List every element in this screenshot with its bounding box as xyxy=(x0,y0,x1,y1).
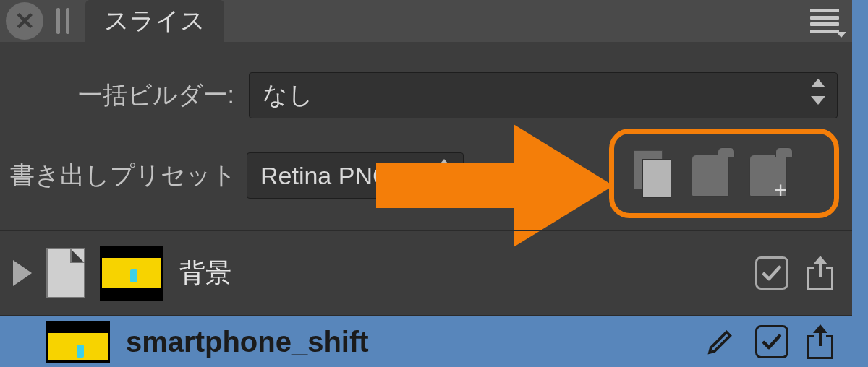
export-icon[interactable] xyxy=(804,256,836,290)
builder-row: 一括ビルダー: なし xyxy=(0,66,852,124)
builder-value: なし xyxy=(263,79,313,112)
slice-panel: ✕ スライス 一括ビルダー: なし 書き出しプリセット Retina PNG-2… xyxy=(0,0,852,367)
stepper-icon[interactable] xyxy=(437,159,453,185)
annotation-highlight xyxy=(609,129,839,218)
list-item[interactable]: smartphone_shift xyxy=(0,316,852,367)
slice-list: 背景 smartphone_shift xyxy=(0,231,852,367)
list-item-label: 背景 xyxy=(179,256,231,291)
edit-icon[interactable] xyxy=(706,327,735,356)
selection-edge xyxy=(852,0,868,367)
panel-header: ✕ スライス xyxy=(0,0,852,42)
list-item[interactable]: 背景 xyxy=(0,231,852,316)
builder-dropdown[interactable]: なし xyxy=(249,72,838,118)
page-icon xyxy=(46,248,85,298)
disclosure-triangle-icon[interactable] xyxy=(13,260,32,286)
thumbnail xyxy=(100,246,163,301)
preset-dropdown[interactable]: Retina PNG-24 xyxy=(247,152,464,199)
list-item-label: smartphone_shift xyxy=(126,326,369,358)
thumbnail xyxy=(46,321,110,363)
panel-menu-icon[interactable] xyxy=(810,9,839,33)
export-icon[interactable] xyxy=(804,324,836,359)
stepper-icon[interactable] xyxy=(811,79,827,105)
tab-label: スライス xyxy=(104,4,205,38)
preset-label: 書き出しプリセット xyxy=(0,159,237,192)
builder-label: 一括ビルダー: xyxy=(0,79,240,112)
close-icon[interactable]: ✕ xyxy=(6,2,43,40)
drag-handle-icon[interactable] xyxy=(56,8,69,34)
preset-value: Retina PNG-24 xyxy=(260,162,427,190)
export-checkbox[interactable] xyxy=(755,256,788,290)
export-checkbox[interactable] xyxy=(755,325,788,358)
tab-slice[interactable]: スライス xyxy=(85,0,224,42)
